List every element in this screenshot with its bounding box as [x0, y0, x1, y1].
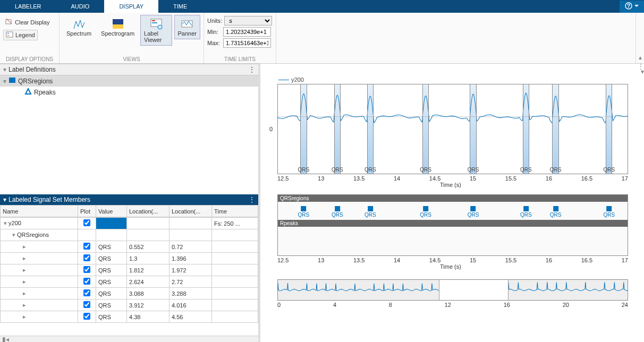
xtick: 14.5 — [429, 175, 440, 182]
plot-checkbox[interactable] — [83, 243, 90, 250]
qrs-track-marker[interactable]: QRS — [298, 206, 310, 218]
qrs-region[interactable] — [552, 84, 558, 174]
panner-button[interactable]: Panner — [174, 15, 200, 39]
xtick: 12 — [445, 302, 451, 308]
panner-selection[interactable] — [439, 280, 509, 300]
qrs-track-marker[interactable]: QRS — [550, 206, 562, 218]
section-display-options-label: DISPLAY OPTIONS — [3, 56, 56, 63]
definition-label: Rpeaks — [34, 89, 56, 96]
table-row[interactable]: ▸QRS2.6242.72 — [1, 276, 258, 288]
labelviewer-button[interactable]: Label Viewer — [140, 15, 172, 46]
units-select[interactable]: s — [224, 16, 272, 25]
track-body-rpeaks[interactable] — [278, 227, 628, 255]
table-row[interactable]: ▸QRS1.31.396 — [1, 253, 258, 264]
svg-rect-4 — [6, 32, 13, 37]
spectrogram-icon — [112, 18, 124, 30]
spectrum-label: Spectrum — [66, 30, 91, 37]
panner-axes[interactable] — [277, 279, 628, 301]
expand-icon[interactable]: ▾ — [3, 78, 6, 85]
table-row[interactable]: ▸QRS1.8121.972 — [1, 264, 258, 276]
qrs-region-label: QRS — [550, 167, 562, 173]
section-timelimits-label: TIME LIMITS — [207, 56, 273, 63]
qrs-region[interactable] — [606, 84, 612, 174]
qrs-track-marker[interactable]: QRS — [603, 206, 615, 218]
first-page-icon[interactable]: ▮◂ — [2, 336, 9, 343]
qrs-region[interactable] — [523, 84, 529, 174]
qrs-region[interactable] — [470, 84, 476, 174]
qrs-track-marker[interactable]: QRS — [420, 206, 431, 218]
table-row[interactable]: ▸QRS3.0883.288 — [1, 288, 258, 300]
spectrum-button[interactable]: Spectrum — [63, 15, 95, 39]
qrs-region[interactable] — [422, 84, 429, 174]
col-value[interactable]: Value — [96, 206, 127, 217]
col-plot[interactable]: Plot — [78, 206, 96, 217]
toolstrip-tabs: LABELER AUDIO DISPLAY TIME ? — [0, 0, 644, 13]
table-row[interactable]: ▾ QRSregions — [1, 229, 258, 241]
xtick: 16 — [546, 175, 552, 182]
plot-checkbox[interactable] — [83, 278, 90, 285]
plot-checkbox[interactable] — [83, 313, 90, 320]
tab-audio[interactable]: AUDIO — [56, 0, 105, 13]
kebab-icon[interactable]: ⋮ — [249, 196, 255, 203]
spectrum-icon — [73, 18, 86, 30]
table-row[interactable]: ▸QRS3.9124.016 — [1, 300, 258, 311]
collapse-icon[interactable]: ▾ — [3, 66, 6, 73]
qrs-track-marker[interactable]: QRS — [468, 206, 479, 218]
definition-qrsregions[interactable]: ▾ QRSregions — [0, 75, 258, 87]
help-dropdown[interactable]: ? — [620, 1, 644, 13]
qrs-track-marker[interactable]: QRS — [332, 206, 343, 218]
xtick: 13.5 — [353, 175, 365, 182]
col-locmin[interactable]: Location(... — [127, 206, 170, 217]
track-body-qrs[interactable]: QRSQRSQRSQRSQRSQRSQRSQRS — [278, 202, 628, 220]
max-input[interactable] — [223, 38, 271, 48]
col-time[interactable]: Time — [212, 206, 258, 217]
tab-time[interactable]: TIME — [158, 0, 202, 13]
table-row[interactable]: ▾ y200Fs: 250 ... — [1, 218, 258, 229]
xtick: 12.5 — [277, 257, 289, 263]
qrs-region-label: QRS — [520, 167, 532, 173]
svg-rect-14 — [9, 78, 15, 83]
kebab-icon[interactable]: ⋮ — [249, 66, 255, 73]
xtick: 12.5 — [277, 175, 289, 182]
plot-checkbox[interactable] — [83, 254, 90, 261]
plot-checkbox[interactable] — [83, 266, 90, 273]
min-input[interactable] — [223, 27, 271, 37]
definition-rpeaks[interactable]: Rpeaks — [0, 87, 258, 98]
spectrogram-button[interactable]: Spectrogram — [97, 15, 138, 39]
col-name[interactable]: Name — [1, 206, 78, 217]
collapse-icon[interactable]: ▾ — [3, 196, 6, 203]
tab-display[interactable]: DISPLAY — [104, 0, 158, 13]
xtick: 14 — [394, 175, 400, 182]
col-locmax[interactable]: Location(... — [170, 206, 212, 217]
legend-button[interactable]: Legend — [3, 30, 38, 40]
xtick: 13 — [318, 175, 324, 182]
svg-rect-2 — [6, 20, 11, 24]
signal-axes[interactable]: 0 QRSQRSQRSQRSQRSQRSQRSQRS — [277, 84, 628, 174]
qrs-track-marker[interactable]: QRS — [365, 206, 376, 218]
clear-display-button[interactable]: Clear Display — [3, 17, 52, 28]
collapse-toolstrip-icon[interactable]: ▴ — [639, 54, 642, 61]
qrs-region[interactable] — [300, 84, 307, 174]
spectrogram-label: Spectrogram — [101, 30, 134, 37]
qrs-region[interactable] — [334, 84, 341, 174]
table-row[interactable]: ▸QRS4.384.56 — [1, 311, 258, 323]
clear-icon — [5, 18, 13, 27]
xtick: 4 — [333, 302, 336, 308]
panner-icon — [181, 18, 193, 30]
xlabel-track: Time (s) — [262, 263, 639, 272]
xtick: 16.5 — [581, 257, 592, 263]
tab-labeler[interactable]: LABELER — [0, 0, 56, 13]
plot-checkbox[interactable] — [83, 219, 90, 226]
svg-text:?: ? — [627, 3, 630, 9]
qrs-track-marker[interactable]: QRS — [520, 206, 532, 218]
xtick: 17 — [622, 175, 628, 182]
plot-checkbox[interactable] — [83, 289, 90, 296]
max-label: Max: — [207, 40, 221, 46]
qrs-region[interactable] — [367, 84, 374, 174]
label-definitions-title: Label Definitions — [9, 66, 56, 73]
xtick: 16.5 — [581, 175, 592, 182]
plot-checkbox[interactable] — [83, 301, 90, 308]
qrs-region-label: QRS — [365, 167, 376, 173]
xtick: 13 — [318, 257, 324, 263]
table-row[interactable]: ▸QRS0.5520.72 — [1, 241, 258, 253]
